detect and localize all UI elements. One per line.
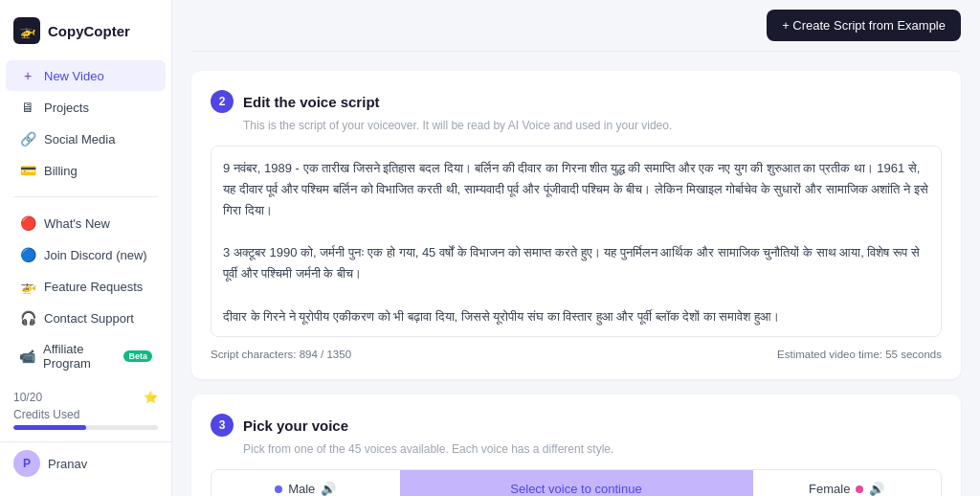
star-icon: ⭐ bbox=[144, 391, 158, 404]
beta-badge: Beta bbox=[123, 350, 152, 362]
sidebar-item-join-discord[interactable]: 🔵 Join Discord (new) bbox=[6, 239, 166, 270]
female-dot bbox=[856, 485, 863, 493]
sidebar-item-label: Projects bbox=[44, 101, 89, 115]
section2-subtitle: This is the script of your voiceover. It… bbox=[243, 119, 942, 132]
link-icon: 🔗 bbox=[19, 131, 36, 147]
step3-badge: 3 bbox=[211, 414, 234, 437]
sidebar-item-projects[interactable]: 🖥 Projects bbox=[6, 92, 166, 123]
sidebar-item-affiliate[interactable]: 📹 Affiliate Program Beta bbox=[6, 334, 166, 378]
new-icon: 🔴 bbox=[19, 215, 36, 231]
section3-subtitle: Pick from one of the 45 voices available… bbox=[243, 442, 942, 456]
sidebar-item-label: Join Discord (new) bbox=[44, 248, 147, 262]
credits-section: 10/20 ⭐ Credits Used bbox=[0, 383, 171, 438]
logo: 🚁 CopyCopter bbox=[0, 11, 171, 57]
secondary-nav: 🔴 What's New 🔵 Join Discord (new) 🚁 Feat… bbox=[0, 205, 171, 381]
section3-title: Pick your voice bbox=[243, 417, 348, 434]
section3-header: 3 Pick your voice bbox=[211, 414, 942, 437]
avatar: P bbox=[13, 450, 40, 477]
top-bar: + Create Script from Example bbox=[191, 0, 961, 52]
sidebar-item-label: Billing bbox=[44, 164, 78, 178]
sidebar-divider bbox=[13, 196, 158, 197]
sidebar-item-new-video[interactable]: + New Video bbox=[6, 60, 166, 91]
female-label: Female bbox=[809, 482, 850, 496]
script-time: Estimated video time: 55 seconds bbox=[777, 349, 942, 360]
select-voice-button[interactable]: Select voice to continue bbox=[400, 470, 753, 496]
sidebar: 🚁 CopyCopter + New Video 🖥 Projects 🔗 So… bbox=[0, 0, 172, 496]
logo-text: CopyCopter bbox=[48, 23, 130, 39]
card-icon: 💳 bbox=[19, 163, 36, 178]
discord-icon: 🔵 bbox=[19, 247, 36, 262]
helicopter-icon: 🚁 bbox=[19, 279, 36, 294]
male-label: Male bbox=[288, 482, 315, 496]
camera-icon: 📹 bbox=[19, 349, 35, 364]
script-meta: Script characters: 894 / 1350 Estimated … bbox=[211, 349, 942, 360]
user-row[interactable]: P Pranav bbox=[0, 441, 171, 485]
sidebar-item-social-media[interactable]: 🔗 Social Media bbox=[6, 124, 166, 154]
monitor-icon: 🖥 bbox=[19, 100, 36, 115]
step2-badge: 2 bbox=[211, 90, 234, 113]
section2-header: 2 Edit the voice script bbox=[211, 90, 942, 113]
sidebar-item-label: What's New bbox=[44, 216, 110, 231]
sidebar-item-whats-new[interactable]: 🔴 What's New bbox=[6, 208, 166, 238]
logo-icon: 🚁 bbox=[13, 17, 40, 44]
voice-options-row: Male 🔊 Select voice to continue Female 🔊 bbox=[211, 469, 942, 496]
sidebar-item-contact-support[interactable]: 🎧 Contact Support bbox=[6, 303, 166, 333]
section-pick-voice: 3 Pick your voice Pick from one of the 4… bbox=[191, 395, 961, 496]
credits-label: 10/20 ⭐ bbox=[13, 391, 158, 404]
script-textarea[interactable] bbox=[211, 146, 942, 337]
sidebar-item-feature-requests[interactable]: 🚁 Feature Requests bbox=[6, 271, 166, 302]
plus-icon: + bbox=[19, 68, 36, 83]
user-name: Pranav bbox=[48, 457, 87, 471]
section-edit-script: 2 Edit the voice script This is the scri… bbox=[191, 71, 961, 379]
sidebar-item-label: Affiliate Program bbox=[43, 342, 116, 371]
male-icon: 🔊 bbox=[321, 482, 336, 496]
female-icon: 🔊 bbox=[869, 482, 884, 496]
credits-count: 10/20 bbox=[13, 391, 42, 404]
create-script-button[interactable]: + Create Script from Example bbox=[767, 10, 961, 41]
male-voice-option[interactable]: Male 🔊 bbox=[212, 470, 400, 496]
sidebar-item-label: Social Media bbox=[44, 132, 115, 147]
main-content: + Create Script from Example 2 Edit the … bbox=[172, 0, 980, 496]
sidebar-item-billing[interactable]: 💳 Billing bbox=[6, 155, 166, 186]
male-dot bbox=[275, 485, 282, 493]
credits-bar bbox=[13, 425, 158, 430]
sidebar-item-label: Feature Requests bbox=[44, 280, 143, 294]
credits-text: Credits Used bbox=[13, 408, 158, 421]
sidebar-item-label: Contact Support bbox=[44, 311, 134, 326]
script-chars: Script characters: 894 / 1350 bbox=[211, 349, 351, 360]
sidebar-item-label: New Video bbox=[44, 69, 104, 83]
credits-bar-fill bbox=[13, 425, 86, 430]
female-voice-option[interactable]: Female 🔊 bbox=[753, 470, 942, 496]
headset-icon: 🎧 bbox=[19, 310, 36, 326]
section2-title: Edit the voice script bbox=[243, 94, 380, 110]
main-nav: + New Video 🖥 Projects 🔗 Social Media 💳 … bbox=[0, 57, 171, 189]
